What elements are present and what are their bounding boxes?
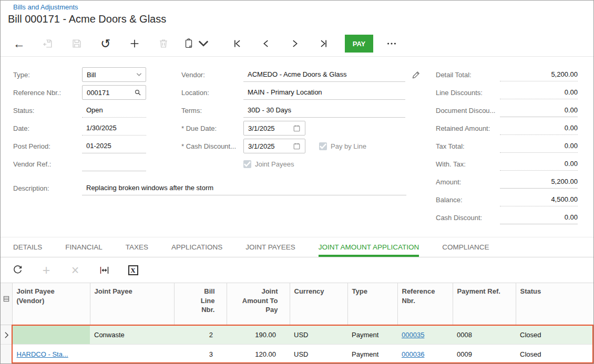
pay-button[interactable]: PAY bbox=[345, 35, 373, 53]
cell-payment-ref[interactable]: 0008 bbox=[453, 325, 516, 345]
row-selector-cell[interactable] bbox=[1, 345, 12, 364]
search-icon[interactable] bbox=[134, 88, 142, 97]
prev-record-button[interactable] bbox=[256, 34, 276, 54]
table-row[interactable]: HARDCO - Sta... 3 120.00 USD Payment 000… bbox=[1, 345, 594, 364]
cash-discount-value[interactable]: 0.00 bbox=[500, 211, 578, 224]
breadcrumb[interactable]: Bills and Adjustments bbox=[13, 3, 78, 11]
tab-joint-payees[interactable]: JOINT PAYEES bbox=[245, 237, 295, 257]
calendar-icon[interactable] bbox=[292, 124, 301, 133]
cell-currency[interactable]: USD bbox=[290, 325, 347, 345]
more-actions-button[interactable] bbox=[382, 34, 402, 54]
tab-applications[interactable]: APPLICATIONS bbox=[171, 237, 222, 257]
type-select[interactable]: Bill bbox=[82, 67, 146, 82]
form-left-column: Type: Bill Reference Nbr.: 000171 Status… bbox=[13, 66, 171, 173]
clipboard-button[interactable] bbox=[182, 34, 210, 54]
col-header-reference-nbr[interactable]: Reference Nbr. bbox=[397, 283, 453, 325]
cell-type[interactable]: Payment bbox=[347, 345, 397, 364]
cell-reference-nbr[interactable]: 000035 bbox=[397, 325, 453, 345]
location-value[interactable]: MAIN - Primary Location bbox=[243, 85, 405, 100]
save-button[interactable] bbox=[67, 34, 87, 54]
cell-status[interactable]: Closed bbox=[516, 325, 594, 345]
cell-joint-payee[interactable] bbox=[90, 345, 174, 364]
delete-row-button[interactable]: × bbox=[69, 264, 81, 277]
form-middle-column: Vendor: ACMEDO - Acme Doors & Glass Loca… bbox=[181, 66, 434, 173]
tab-details[interactable]: DETAILS bbox=[13, 237, 42, 257]
tab-joint-amount-application[interactable]: JOINT AMOUNT APPLICATION bbox=[319, 237, 419, 257]
col-header-joint-payee-vendor[interactable]: Joint Payee (Vendor) bbox=[12, 283, 90, 325]
joint-payee-vendor-link[interactable]: HARDCO - Sta... bbox=[17, 350, 68, 358]
cell-joint-payee-vendor[interactable]: HARDCO - Sta... bbox=[12, 345, 90, 364]
document-discounts-value[interactable]: 0.00 bbox=[500, 103, 578, 117]
cell-joint-amount-to-pay[interactable]: 120.00 bbox=[227, 345, 290, 364]
col-header-payment-ref[interactable]: Payment Ref. bbox=[453, 283, 516, 325]
cash-discount-date-input[interactable]: 3/1/2025 bbox=[243, 139, 305, 153]
tab-financial[interactable]: FINANCIAL bbox=[65, 237, 103, 257]
add-row-button[interactable]: + bbox=[40, 264, 53, 277]
calendar-icon[interactable] bbox=[292, 142, 301, 151]
save-and-close-icon bbox=[42, 38, 54, 49]
col-header-currency[interactable]: Currency bbox=[290, 283, 347, 325]
col-header-type[interactable]: Type bbox=[347, 283, 397, 325]
save-icon bbox=[71, 38, 83, 49]
cell-status[interactable]: Closed bbox=[516, 345, 594, 364]
vendor-value[interactable]: ACMEDO - Acme Doors & Glass bbox=[243, 67, 405, 82]
add-button[interactable] bbox=[125, 34, 145, 54]
tab-compliance[interactable]: COMPLIANCE bbox=[442, 237, 489, 257]
fit-to-screen-button[interactable] bbox=[98, 264, 110, 277]
amount-value[interactable]: 5,200.00 bbox=[500, 175, 578, 189]
terms-value[interactable]: 30D - 30 Days bbox=[243, 103, 405, 118]
tax-total-value: 0.00 bbox=[500, 139, 578, 153]
col-header-joint-amount-to-pay[interactable]: Joint Amount To Pay bbox=[227, 283, 290, 325]
col-header-bill-line-nbr[interactable]: Bill Line Nbr. bbox=[174, 283, 227, 325]
trash-icon bbox=[158, 38, 169, 49]
cell-reference-nbr[interactable]: 000036 bbox=[397, 345, 453, 364]
due-date-label: * Due Date: bbox=[181, 124, 243, 132]
edit-vendor-button[interactable] bbox=[412, 70, 421, 79]
cell-bill-line-nbr[interactable]: 2 bbox=[174, 325, 227, 345]
row-selector-header[interactable] bbox=[1, 283, 12, 325]
undo-button[interactable]: ↺ bbox=[96, 34, 116, 54]
joint-payees-checkbox[interactable]: Joint Payees bbox=[243, 160, 294, 168]
save-and-close-button[interactable] bbox=[38, 34, 58, 54]
plus-icon bbox=[129, 38, 140, 49]
refresh-button[interactable] bbox=[11, 264, 24, 277]
col-header-joint-payee[interactable]: Joint Payee bbox=[90, 283, 174, 325]
reference-nbr-input[interactable]: 000171 bbox=[82, 85, 146, 100]
cell-bill-line-nbr[interactable]: 3 bbox=[174, 345, 227, 364]
cell-joint-payee-vendor[interactable] bbox=[12, 325, 90, 345]
cell-type[interactable]: Payment bbox=[347, 325, 397, 345]
due-date-input[interactable]: 3/1/2025 bbox=[243, 121, 305, 136]
reference-nbr-link[interactable]: 000035 bbox=[402, 331, 424, 339]
pay-by-line-checkbox[interactable]: Pay by Line bbox=[319, 142, 366, 150]
reference-nbr-value: 000171 bbox=[87, 89, 134, 97]
row-selector-cell[interactable] bbox=[1, 325, 12, 345]
cell-joint-amount-to-pay[interactable]: 190.00 bbox=[227, 325, 290, 345]
grid-toolbar: + × X bbox=[1, 258, 156, 283]
cell-currency[interactable]: USD bbox=[290, 345, 347, 364]
cash-discount-date-value: 3/1/2025 bbox=[248, 142, 292, 150]
table-row[interactable]: Conwaste 2 190.00 USD Payment 000035 000… bbox=[1, 325, 594, 345]
cell-payment-ref[interactable]: 0009 bbox=[453, 345, 516, 364]
first-record-button[interactable] bbox=[227, 34, 247, 54]
chevron-down-icon bbox=[198, 38, 209, 49]
export-to-excel-button[interactable]: X bbox=[127, 264, 139, 277]
clipboard-icon bbox=[183, 38, 194, 49]
col-header-status[interactable]: Status bbox=[516, 283, 594, 325]
post-period-label: Post Period: bbox=[13, 142, 82, 150]
post-period-value[interactable]: 01-2025 bbox=[82, 139, 146, 153]
main-toolbar: ← ↺ PAY bbox=[1, 31, 593, 57]
last-record-button[interactable] bbox=[314, 34, 334, 54]
cell-joint-payee[interactable]: Conwaste bbox=[90, 325, 174, 345]
chevron-left-icon bbox=[260, 38, 272, 49]
tab-taxes[interactable]: TAXES bbox=[126, 237, 148, 257]
back-button[interactable]: ← bbox=[9, 34, 29, 54]
reference-nbr-link[interactable]: 000036 bbox=[402, 350, 424, 358]
description-label: Description: bbox=[13, 184, 82, 192]
date-label: Date: bbox=[13, 124, 82, 132]
next-record-button[interactable] bbox=[285, 34, 305, 54]
vendor-ref-input[interactable] bbox=[82, 157, 146, 171]
description-input[interactable]: Replacing broken windows after the storm bbox=[82, 181, 406, 195]
delete-button[interactable] bbox=[153, 34, 173, 54]
fit-width-icon bbox=[99, 265, 110, 276]
due-date-value: 3/1/2025 bbox=[248, 124, 292, 132]
